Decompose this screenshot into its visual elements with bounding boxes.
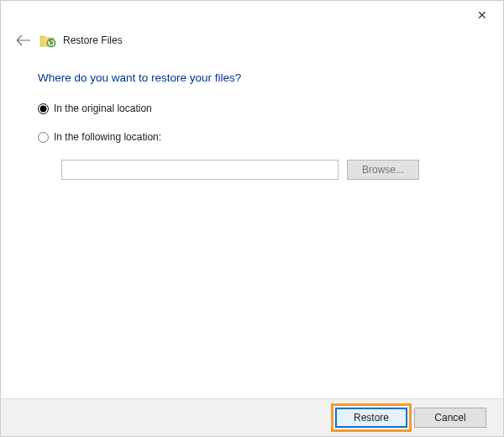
browse-button[interactable]: Browse... [347,160,419,180]
restore-folder-icon [39,34,55,47]
cancel-button[interactable]: Cancel [414,408,486,428]
page-heading: Where do you want to restore your files? [38,71,466,84]
titlebar: ✕ [1,1,503,29]
radio-original[interactable] [38,103,49,114]
dialog-content: Where do you want to restore your files?… [1,55,503,398]
window-title: Restore Files [63,34,123,46]
option-original-label: In the original location [54,103,152,114]
close-icon: ✕ [477,8,487,22]
option-following-location[interactable]: In the following location: [38,131,466,143]
dialog-footer: Restore Cancel [1,398,503,436]
close-button[interactable]: ✕ [463,3,501,28]
path-input[interactable] [61,160,339,180]
location-input-row: Browse... [38,160,466,180]
restore-files-dialog: ✕ Restore Files Where do you want to res… [0,0,504,437]
restore-button[interactable]: Restore [335,408,407,428]
option-original-location[interactable]: In the original location [38,103,466,114]
radio-following[interactable] [38,132,49,143]
dialog-header: Restore Files [1,29,503,55]
back-arrow-icon[interactable] [16,33,31,48]
option-following-label: In the following location: [54,131,161,143]
